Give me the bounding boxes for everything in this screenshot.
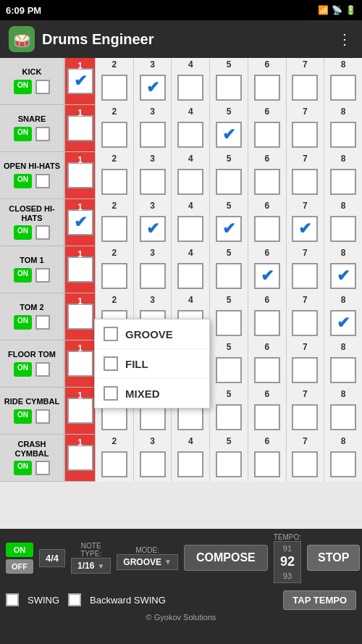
beat-checkbox-row0-b4[interactable] (177, 75, 203, 101)
beat-cell-row2-b6[interactable]: 6 (248, 152, 287, 199)
beat-checkbox-row8-b4[interactable] (177, 451, 203, 477)
beat-cell-row0-b5[interactable]: 5 (210, 58, 248, 105)
beat-cell-row4-b5[interactable]: 5 (210, 246, 248, 293)
row-on-btn-6[interactable]: ON (14, 362, 32, 377)
row-toggle-6[interactable] (35, 362, 50, 377)
beat-checkbox-row2-b8[interactable] (330, 169, 356, 195)
beat-checkbox-row1-b4[interactable] (177, 122, 203, 148)
row-toggle-4[interactable] (35, 268, 50, 283)
beat-checkbox-row8-b7[interactable] (292, 451, 318, 477)
beat1-checkbox-row2[interactable] (67, 162, 93, 188)
beat-checkbox-row1-b3[interactable] (140, 122, 166, 148)
dropdown-item-groove[interactable]: GROOVE (95, 319, 209, 349)
time-signature[interactable]: 4/4 (39, 549, 65, 567)
beat-cell-row6-b7[interactable]: 7 (287, 340, 325, 388)
beat-cell-row3-b5[interactable]: 5✔ (210, 199, 248, 246)
beat-cell-row6-b5[interactable]: 5 (210, 340, 248, 388)
beat-cell-row7-b7[interactable]: 7 (287, 388, 325, 435)
row-toggle-0[interactable] (35, 80, 50, 94)
global-on-button[interactable]: ON (6, 543, 33, 557)
beat-cell-row5-b8[interactable]: 8✔ (324, 293, 362, 340)
beat-cell-row3-b8[interactable]: 8 (324, 199, 362, 246)
beat-checkbox-row2-b5[interactable] (216, 169, 242, 195)
beat-cell-row1-b2[interactable]: 2 (96, 105, 134, 152)
beat-cell-row2-b3[interactable]: 3 (134, 152, 172, 199)
beat-cell-row7-b5[interactable]: 5 (210, 388, 248, 435)
beat-checkbox-row4-b4[interactable] (177, 263, 203, 289)
beat-checkbox-row7-b7[interactable] (292, 404, 318, 430)
row-toggle-2[interactable] (35, 174, 50, 188)
beat-cell-row1-b7[interactable]: 7 (287, 105, 325, 152)
beat1-cell-row8[interactable]: 1 (65, 435, 96, 481)
beat-checkbox-row8-b2[interactable] (101, 451, 127, 477)
row-toggle-3[interactable] (35, 225, 50, 240)
beat-cell-row3-b2[interactable]: 2 (96, 199, 134, 246)
beat-cell-row3-b6[interactable]: 6 (248, 199, 287, 246)
beat-cell-row1-b3[interactable]: 3 (134, 105, 172, 152)
beat-checkbox-row5-b8[interactable]: ✔ (330, 310, 356, 336)
beat-cell-row1-b5[interactable]: 5✔ (210, 105, 248, 152)
beat-cell-row5-b5[interactable]: 5 (210, 293, 248, 340)
beat-checkbox-row5-b5[interactable] (216, 310, 242, 336)
row-on-btn-3[interactable]: ON (14, 225, 32, 240)
beat1-checkbox-row0[interactable]: ✔ (67, 68, 93, 94)
beat-cell-row3-b4[interactable]: 4 (172, 199, 210, 246)
beat-cell-row4-b2[interactable]: 2 (96, 246, 134, 293)
beat-cell-row0-b4[interactable]: 4 (172, 58, 210, 105)
beat-cell-row6-b8[interactable]: 8 (324, 340, 362, 388)
tempo-display[interactable]: 91 92 93 (274, 541, 301, 583)
backward-swing-checkbox[interactable] (68, 593, 81, 606)
row-on-btn-2[interactable]: ON (14, 174, 32, 188)
beat1-cell-row5[interactable]: 1 (65, 293, 96, 340)
beat-checkbox-row0-b7[interactable] (292, 75, 318, 101)
beat-cell-row5-b6[interactable]: 6 (248, 293, 287, 340)
beat-cell-row0-b7[interactable]: 7 (287, 58, 325, 105)
beat1-cell-row1[interactable]: 1 (65, 105, 96, 151)
beat-checkbox-row1-b5[interactable]: ✔ (216, 122, 242, 148)
beat-cell-row8-b5[interactable]: 5 (210, 435, 248, 482)
beat-checkbox-row7-b8[interactable] (330, 404, 356, 430)
beat1-checkbox-row5[interactable] (67, 304, 93, 330)
beat-checkbox-row6-b5[interactable] (216, 357, 242, 383)
beat-cell-row8-b6[interactable]: 6 (248, 435, 287, 482)
beat-checkbox-row6-b6[interactable] (254, 357, 280, 383)
beat-checkbox-row8-b8[interactable] (330, 451, 356, 477)
beat-checkbox-row3-b4[interactable] (177, 216, 203, 242)
beat-checkbox-row1-b8[interactable] (330, 122, 356, 148)
row-toggle-5[interactable] (35, 315, 50, 330)
beat-cell-row8-b7[interactable]: 7 (287, 435, 325, 482)
beat-checkbox-row8-b5[interactable] (216, 451, 242, 477)
beat-checkbox-row2-b3[interactable] (140, 169, 166, 195)
swing-checkbox[interactable] (6, 593, 19, 606)
beat-cell-row8-b4[interactable]: 4 (172, 435, 210, 482)
beat1-cell-row2[interactable]: 1 (65, 152, 96, 198)
beat-cell-row4-b6[interactable]: 6✔ (248, 246, 287, 293)
beat-checkbox-row0-b6[interactable] (254, 75, 280, 101)
beat1-checkbox-row6[interactable] (67, 351, 93, 377)
beat-cell-row1-b8[interactable]: 8 (324, 105, 362, 152)
beat-checkbox-row0-b5[interactable] (216, 75, 242, 101)
beat-cell-row4-b8[interactable]: 8✔ (324, 246, 362, 293)
beat-checkbox-row2-b7[interactable] (292, 169, 318, 195)
beat-checkbox-row7-b6[interactable] (254, 404, 280, 430)
beat-cell-row6-b6[interactable]: 6 (248, 340, 287, 388)
beat-checkbox-row1-b6[interactable] (254, 122, 280, 148)
row-toggle-8[interactable] (35, 461, 50, 475)
stop-button[interactable]: STOP (307, 545, 360, 571)
row-on-btn-8[interactable]: ON (14, 461, 32, 475)
beat-cell-row0-b6[interactable]: 6 (248, 58, 287, 105)
row-on-btn-7[interactable]: ON (14, 409, 32, 424)
beat-checkbox-row1-b7[interactable] (292, 122, 318, 148)
beat1-cell-row0[interactable]: 1✔ (65, 58, 96, 104)
beat-cell-row0-b2[interactable]: 2 (96, 58, 134, 105)
row-toggle-1[interactable] (35, 127, 50, 141)
beat-checkbox-row4-b8[interactable]: ✔ (330, 263, 356, 289)
beat-cell-row0-b8[interactable]: 8 (324, 58, 362, 105)
compose-button[interactable]: COMPOSE (184, 545, 268, 571)
beat-cell-row7-b6[interactable]: 6 (248, 388, 287, 435)
beat-checkbox-row3-b8[interactable] (330, 216, 356, 242)
beat1-cell-row6[interactable]: 1 (65, 340, 96, 387)
beat-cell-row2-b7[interactable]: 7 (287, 152, 325, 199)
beat-checkbox-row3-b5[interactable]: ✔ (216, 216, 242, 242)
beat-cell-row5-b7[interactable]: 7 (287, 293, 325, 340)
